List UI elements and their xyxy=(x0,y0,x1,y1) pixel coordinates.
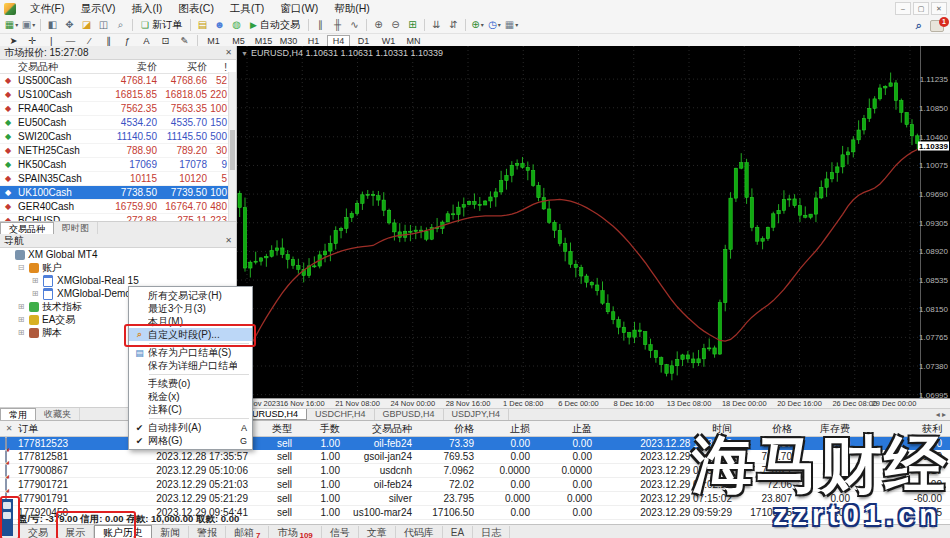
terminal-tab-警报[interactable]: 警报 xyxy=(189,526,226,538)
menu-item-4[interactable]: 工具(T) xyxy=(222,1,272,17)
mw-col-symbol[interactable]: 交易品种 xyxy=(18,60,96,74)
timeframe-h1[interactable]: H1 xyxy=(302,35,325,47)
timeframe-m1[interactable]: M1 xyxy=(202,35,225,47)
timeframe-h4[interactable]: H4 xyxy=(327,35,350,47)
mw-col-ask[interactable]: 买价 xyxy=(160,60,210,74)
dropdown-arrow-icon[interactable]: ▾ xyxy=(515,18,518,32)
terminal-col-0[interactable]: 订单 xyxy=(18,422,106,436)
terminal-tab-EA[interactable]: EA xyxy=(443,526,473,538)
tree-expand-icon[interactable]: ⊞ xyxy=(16,302,26,311)
terminal-tab-代码库[interactable]: 代码库 xyxy=(396,526,443,538)
terminal-col-3[interactable]: 手数 xyxy=(300,422,348,436)
tree-expand-icon[interactable]: ⊞ xyxy=(30,276,40,285)
terminal-col-7[interactable]: 止盈 xyxy=(538,422,600,436)
candlestick-icon[interactable]: ╫ xyxy=(329,18,346,32)
zoom-out-icon[interactable]: ⊖ xyxy=(387,18,404,32)
chart-tab-scroll-arrows[interactable]: ◂ ▸ xyxy=(936,409,950,420)
terminal-tab-市场[interactable]: 市场109 xyxy=(269,526,321,538)
chevron-down-icon[interactable]: ▼ xyxy=(241,50,248,57)
terminal-tab-文章[interactable]: 文章 xyxy=(359,526,396,538)
terminal-tab-邮箱[interactable]: 邮箱7 xyxy=(226,526,269,538)
mw-col-bid[interactable]: 卖价 xyxy=(96,60,160,74)
tree-expand-icon[interactable]: ⊞ xyxy=(30,289,40,298)
timeframe-mn[interactable]: MN xyxy=(402,35,425,47)
market-watch-row[interactable]: ◆US500Cash4768.144768.6652 xyxy=(0,74,236,88)
navigator-item[interactable]: ⊟账户 xyxy=(0,261,236,274)
tester-icon[interactable]: ⌕ xyxy=(112,18,129,32)
chart-tab[interactable]: GBPUSD,H4 xyxy=(375,409,444,420)
market-watch-row[interactable]: ◆GER40Cash16759.9016764.70480 xyxy=(0,200,236,214)
notifications-icon[interactable]: 1 xyxy=(930,20,944,32)
draw-tool-8[interactable]: ⊡ xyxy=(156,35,175,46)
navigator-tab[interactable]: 收藏夹 xyxy=(36,408,80,420)
terminal-icon[interactable]: ◫ xyxy=(95,18,112,32)
menu-item-2[interactable]: 插入(I) xyxy=(123,1,170,17)
new-chart-icon[interactable]: ▦▾ xyxy=(3,18,20,32)
close-button[interactable]: ✕ xyxy=(931,2,947,15)
periods-icon[interactable]: ◷▾ xyxy=(486,18,503,32)
chart-window[interactable]: ▼EURUSD,H4 1.10631 1.10631 1.10331 1.103… xyxy=(237,46,950,420)
sort-desc-icon[interactable]: ⇵ xyxy=(445,18,462,32)
bar-chart-icon[interactable]: ∥ xyxy=(312,18,329,32)
draw-tool-2[interactable]: ❘ xyxy=(42,35,61,46)
profiles-icon[interactable]: ▣▾ xyxy=(20,18,37,32)
draw-tool-1[interactable]: ✛ xyxy=(23,35,42,46)
timeframe-m5[interactable]: M5 xyxy=(227,35,250,47)
tree-expand-icon[interactable]: ⊞ xyxy=(16,315,26,324)
dropdown-arrow-icon[interactable]: ▾ xyxy=(498,18,501,32)
terminal-tab-新闻[interactable]: 新闻 xyxy=(152,526,189,538)
tile-windows-icon[interactable]: ⊞ xyxy=(404,18,421,32)
metaeditor-icon[interactable]: ▤ xyxy=(194,18,211,32)
mql5-icon[interactable]: ◍ xyxy=(228,18,245,32)
context-menu-item[interactable]: 所有交易记录(H) xyxy=(129,289,252,302)
market-watch-row[interactable]: ◆HK50Cash17069170789 xyxy=(0,158,236,172)
zoom-in-icon[interactable]: ⊕ xyxy=(370,18,387,32)
timeframe-m30[interactable]: M30 xyxy=(277,35,300,47)
context-menu-item[interactable]: ✔自动排列(A)A xyxy=(129,421,252,434)
context-menu-item[interactable]: ✔网格(G)G xyxy=(129,434,252,447)
candlestick-chart[interactable] xyxy=(237,46,920,398)
terminal-col-2[interactable]: 类型 xyxy=(256,422,300,436)
market-watch-icon[interactable]: ◧ xyxy=(44,18,61,32)
templates-icon[interactable]: ▦▾ xyxy=(503,18,520,32)
context-menu-item[interactable]: 保存为详细户口结单(D) xyxy=(129,359,252,372)
draw-tool-0[interactable]: ➤ xyxy=(4,35,23,46)
navigator-item[interactable]: XM Global MT4 xyxy=(0,248,236,261)
timeframe-m15[interactable]: M15 xyxy=(252,35,275,47)
autotrade-button[interactable]: ▶自动交易 xyxy=(245,18,305,32)
tree-expand-icon[interactable]: ⊞ xyxy=(16,328,26,337)
context-menu-item[interactable]: ▤保存为户口结单(S) xyxy=(129,346,252,359)
terminal-tab-信号[interactable]: 信号 xyxy=(322,526,359,538)
chart-tab[interactable]: USDJPY,H4 xyxy=(444,409,509,420)
market-watch-close-icon[interactable]: ✕ xyxy=(225,48,232,57)
terminal-close-icon[interactable]: ✕ xyxy=(0,424,18,433)
terminal-col-5[interactable]: 价格 xyxy=(420,422,482,436)
context-menu-item[interactable]: 最近3个月(3) xyxy=(129,302,252,315)
draw-tool-7[interactable]: A xyxy=(137,35,156,46)
community-icon[interactable]: ☻ xyxy=(211,18,228,32)
terminal-tab-交易[interactable]: 交易 xyxy=(20,526,57,538)
timeframe-d1[interactable]: D1 xyxy=(352,35,375,47)
market-watch-row[interactable]: ◆NETH25Cash788.90789.2030 xyxy=(0,144,236,158)
menu-item-5[interactable]: 窗口(W) xyxy=(272,1,326,17)
draw-tool-9[interactable]: ✎ xyxy=(175,35,194,46)
line-chart-icon[interactable]: ∿ xyxy=(346,18,363,32)
menu-item-0[interactable]: 文件(F) xyxy=(22,1,72,17)
terminal-tab-日志[interactable]: 日志 xyxy=(473,526,510,538)
market-watch-tab[interactable]: 即时图 xyxy=(54,222,98,234)
dropdown-arrow-icon[interactable]: ▾ xyxy=(481,18,484,32)
tree-expand-icon[interactable]: ⊟ xyxy=(16,263,26,272)
menu-item-3[interactable]: 图表(C) xyxy=(170,1,222,17)
indicators-icon[interactable]: ⊕▾ xyxy=(469,18,486,32)
market-watch-row[interactable]: ◆UK100Cash7738.507739.50100 xyxy=(0,186,236,200)
market-watch-row[interactable]: ◆FRA40Cash7562.357563.35100 xyxy=(0,102,236,116)
menu-item-6[interactable]: 帮助(H) xyxy=(326,1,378,17)
context-menu-item[interactable]: 税金(x) xyxy=(129,390,252,403)
draw-tool-3[interactable]: ― xyxy=(61,35,80,46)
menu-item-1[interactable]: 显示(V) xyxy=(72,1,123,17)
minimize-button[interactable]: – xyxy=(895,2,911,15)
terminal-col-4[interactable]: 交易品种 xyxy=(348,422,420,436)
timeframe-w1[interactable]: W1 xyxy=(377,35,400,47)
terminal-col-6[interactable]: 止损 xyxy=(482,422,538,436)
sort-asc-icon[interactable]: ⇊ xyxy=(428,18,445,32)
